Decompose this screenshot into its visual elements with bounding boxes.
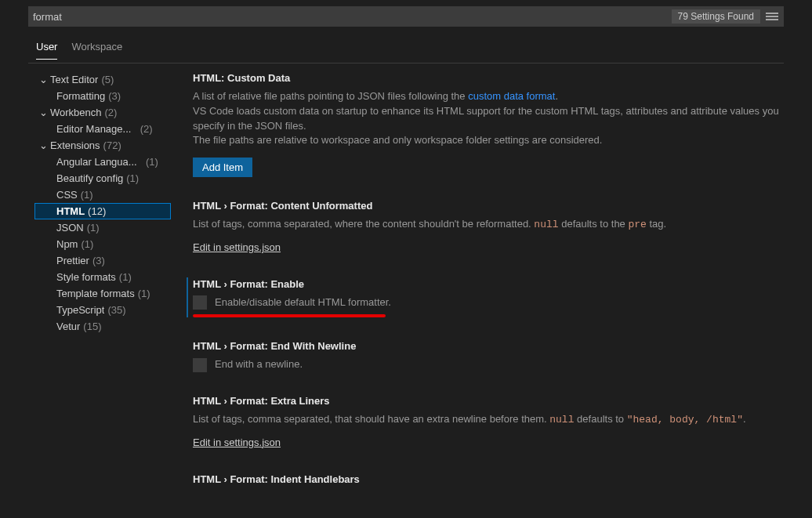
setting-description: A list of relative file paths pointing t…	[193, 89, 790, 148]
setting-html-custom-data: HTML: Custom Data A list of relative fil…	[187, 71, 790, 177]
toc-html[interactable]: HTML(12)	[34, 203, 171, 219]
setting-description: List of tags, comma separated, where the…	[193, 217, 790, 233]
toc-json[interactable]: JSON(1)	[34, 219, 171, 236]
edit-in-settings-json-link[interactable]: Edit in settings.json	[193, 241, 281, 255]
edit-in-settings-json-link[interactable]: Edit in settings.json	[193, 436, 281, 451]
settings-filter-icon[interactable]	[765, 9, 779, 24]
setting-title: HTML › Format: Extra Liners	[193, 394, 790, 409]
setting-description: End with a newline.	[215, 357, 303, 372]
toc-editor-management[interactable]: Editor Manage... (2)	[34, 121, 171, 137]
setting-title: HTML › Format: Content Unformatted	[193, 199, 790, 214]
tab-user[interactable]: User	[36, 36, 57, 60]
custom-data-format-link[interactable]: custom data format	[468, 90, 555, 102]
end-with-newline-checkbox[interactable]	[193, 358, 207, 372]
setting-description: Enable/disable default HTML formatter.	[215, 295, 391, 310]
setting-html-format-enable: HTML › Format: Enable Enable/disable def…	[187, 277, 790, 318]
add-item-button[interactable]: Add Item	[193, 158, 252, 177]
toc-css[interactable]: CSS(1)	[34, 187, 171, 203]
annotation-red-underline	[193, 314, 386, 317]
chevron-down-icon: ⌄	[38, 107, 49, 118]
chevron-down-icon: ⌄	[38, 139, 49, 151]
results-count-badge: 79 Settings Found	[672, 9, 760, 24]
toc-extensions[interactable]: ⌄Extensions(72)	[34, 137, 171, 154]
settings-scope-tabs: User Workspace	[36, 36, 806, 60]
settings-search-row: 79 Settings Found	[28, 6, 784, 27]
toc-text-editor[interactable]: ⌄Text Editor(5)	[34, 71, 171, 88]
settings-toc-sidebar: ⌄Text Editor(5) Formatting(3) ⌄Workbench…	[6, 71, 171, 518]
chevron-down-icon: ⌄	[38, 74, 49, 85]
setting-title: HTML: Custom Data	[193, 71, 790, 86]
toc-prettier[interactable]: Prettier(3)	[34, 252, 171, 269]
setting-title: HTML › Format: Enable	[193, 277, 790, 292]
toc-style-formats[interactable]: Style formats(1)	[34, 269, 171, 285]
setting-html-format-indent-handlebars: HTML › Format: Indent Handlebars	[187, 473, 790, 487]
settings-list[interactable]: HTML: Custom Data A list of relative fil…	[171, 71, 806, 518]
tabs-underline	[28, 63, 784, 63]
toc-npm[interactable]: Npm(1)	[34, 236, 171, 252]
toc-template-formats[interactable]: Template formats(1)	[34, 285, 171, 302]
tab-workspace[interactable]: Workspace	[71, 36, 122, 60]
toc-workbench[interactable]: ⌄Workbench(2)	[34, 104, 171, 121]
toc-beautify[interactable]: Beautify config(1)	[34, 170, 171, 187]
toc-formatting[interactable]: Formatting(3)	[34, 88, 171, 104]
setting-title: HTML › Format: End With Newline	[193, 339, 790, 354]
setting-html-format-extra-liners: HTML › Format: Extra Liners List of tags…	[187, 394, 790, 451]
setting-description: List of tags, comma separated, that shou…	[193, 412, 790, 428]
toc-angular[interactable]: Angular Langua... (1)	[34, 154, 171, 170]
setting-html-format-content-unformatted: HTML › Format: Content Unformatted List …	[187, 199, 790, 255]
toc-vetur[interactable]: Vetur(15)	[34, 318, 171, 335]
toc-typescript[interactable]: TypeScript(35)	[34, 302, 171, 318]
setting-title: HTML › Format: Indent Handlebars	[193, 473, 790, 487]
setting-html-format-end-with-newline: HTML › Format: End With Newline End with…	[187, 339, 790, 372]
settings-search-input[interactable]	[33, 11, 672, 23]
enable-checkbox[interactable]	[193, 295, 207, 310]
